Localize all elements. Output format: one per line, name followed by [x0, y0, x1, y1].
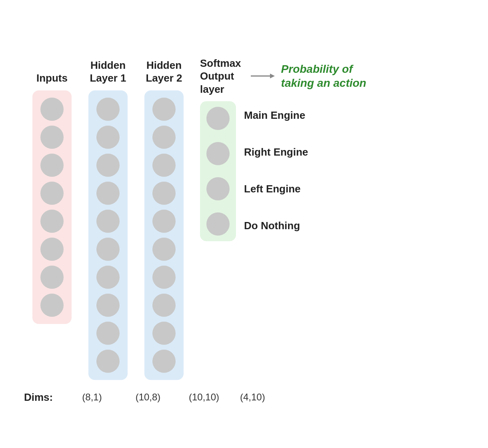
svg-marker-1: [270, 74, 275, 78]
hidden-layer-2-label: HiddenLayer 2: [146, 57, 182, 85]
hl2-neuron-9: [152, 322, 176, 345]
hl1-neuron-10: [96, 350, 120, 373]
dims-heading: Dims:: [24, 391, 64, 404]
hl2-neuron-8: [152, 294, 176, 317]
output-neuron-3: [206, 177, 230, 200]
softmax-label: SoftmaxOutputlayer: [200, 57, 241, 96]
input-neuron-3: [40, 154, 64, 177]
hl1-neuron-8: [96, 294, 120, 317]
output-area: Main Engine Right Engine Left Engine Do …: [200, 101, 308, 241]
output-neuron-1: [206, 107, 230, 130]
input-neuron-6: [40, 238, 64, 261]
hl2-neuron-1: [152, 98, 176, 121]
hl1-neuron-1: [96, 98, 120, 121]
hl2-neuron-10: [152, 350, 176, 373]
input-neuron-7: [40, 266, 64, 289]
hl2-neuron-6: [152, 238, 176, 261]
dims-row: Dims: (8,1) (10,8) (10,10) (4,10): [24, 391, 464, 404]
output-neuron-2: [206, 142, 230, 165]
hl2-neuron-7: [152, 266, 176, 289]
hl1-neuron-2: [96, 126, 120, 149]
output-label-do-nothing: Do Nothing: [244, 213, 308, 238]
hl1-neuron-5: [96, 210, 120, 233]
output-label-main-engine: Main Engine: [244, 103, 308, 128]
inputs-column: Inputs: [24, 57, 80, 324]
output-labels: Main Engine Right Engine Left Engine Do …: [244, 101, 308, 238]
hidden-layer-1-label: HiddenLayer 1: [90, 57, 126, 85]
input-neuron-8: [40, 294, 64, 317]
input-neuron-5: [40, 210, 64, 233]
arrow-icon: [251, 72, 275, 80]
hl2-neuron-3: [152, 154, 176, 177]
hidden-layer-2-column: HiddenLayer 2: [136, 57, 192, 380]
hl1-neuron-4: [96, 182, 120, 205]
softmax-header: SoftmaxOutputlayer Probability oftaking …: [200, 57, 366, 96]
hl1-neuron-7: [96, 266, 120, 289]
dim-hl1: (10,8): [120, 392, 176, 403]
hl1-neuron-6: [96, 238, 120, 261]
output-label-left-engine: Left Engine: [244, 176, 308, 201]
hidden-layer-1: [88, 90, 128, 380]
dim-hl2: (10,10): [176, 392, 232, 403]
hl2-neuron-4: [152, 182, 176, 205]
hl1-neuron-9: [96, 322, 120, 345]
inputs-label: Inputs: [36, 57, 68, 85]
hidden-layer-1-column: HiddenLayer 1: [80, 57, 136, 380]
probability-label: Probability oftaking an action: [281, 62, 366, 90]
input-neuron-2: [40, 126, 64, 149]
input-neuron-1: [40, 98, 64, 121]
hidden-layer-2: [144, 90, 184, 380]
output-layer: [200, 101, 236, 241]
output-neuron-4: [206, 212, 230, 236]
inputs-layer: [32, 90, 72, 324]
hl1-neuron-3: [96, 154, 120, 177]
input-neuron-4: [40, 182, 64, 205]
hl2-neuron-5: [152, 210, 176, 233]
neural-network-diagram: Inputs HiddenLayer 1: [24, 45, 464, 404]
dim-inputs: (8,1): [64, 392, 120, 403]
softmax-section: SoftmaxOutputlayer Probability oftaking …: [200, 57, 408, 242]
hl2-neuron-2: [152, 126, 176, 149]
output-label-right-engine: Right Engine: [244, 140, 308, 164]
dim-output: (4,10): [232, 392, 288, 403]
